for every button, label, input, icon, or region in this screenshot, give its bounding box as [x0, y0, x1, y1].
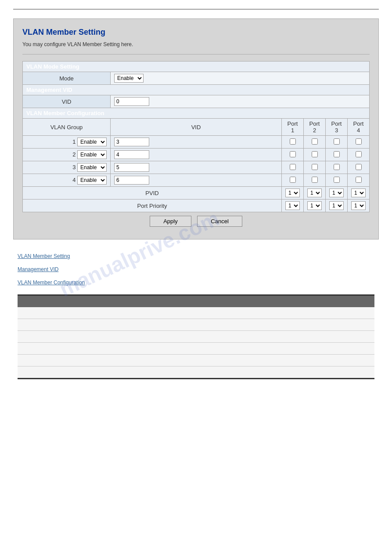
pvid-port4: 1234 [348, 187, 370, 200]
group-mode-select-4[interactable]: EnableDisable [77, 176, 107, 185]
bt-r3c1 [18, 331, 77, 343]
port1-check-4 [282, 174, 304, 187]
vid-field-4[interactable] [114, 176, 149, 185]
bt-h2 [77, 295, 137, 308]
bt-r4c6 [315, 343, 375, 355]
port4-cb-4[interactable] [356, 177, 362, 183]
vlan-mode-row: Mode Enable Disable [23, 72, 370, 85]
bt-r6c5 [255, 366, 315, 379]
bt-r6c3 [137, 366, 196, 379]
cancel-button[interactable]: Cancel [197, 216, 242, 227]
port4-cb-2[interactable] [356, 151, 362, 157]
pvid-select-4[interactable]: 1234 [351, 189, 366, 197]
vlan-member-col-headers: VLAN Group VID Port 1 Port 2 Port 3 Port… [23, 119, 370, 136]
priority-select-2[interactable]: 1234567 [307, 201, 322, 210]
vid-field-1[interactable] [114, 138, 149, 146]
link-vlan-member-config[interactable]: VLAN Member Configuration [18, 279, 85, 286]
mode-select[interactable]: Enable Disable [114, 74, 144, 83]
bt-r6c2 [77, 366, 137, 379]
port1-cb-4[interactable] [290, 177, 296, 183]
pvid-select-1[interactable]: 1234 [285, 189, 300, 197]
bt-r4c1 [18, 343, 77, 355]
vid-label: VID [23, 95, 111, 108]
port3-cb-1[interactable] [334, 138, 340, 145]
vid-input-cell-2 [111, 149, 282, 161]
panel-description: You may configure VLAN Member Setting he… [22, 41, 370, 47]
port3-cb-4[interactable] [334, 177, 340, 183]
group-num-1: 1 [72, 138, 77, 145]
port3-cb-3[interactable] [334, 164, 340, 170]
bt-r5c2 [77, 355, 137, 366]
port1-check-2 [282, 149, 304, 161]
vlan-mode-header-row: VLAN Mode Setting [23, 62, 370, 72]
vlan-row-4: 4 EnableDisable [23, 174, 370, 187]
link-management-vid[interactable]: Management VID [18, 266, 58, 272]
bt-r4c3 [137, 343, 196, 355]
vlan-group-3: 3 EnableDisable [23, 161, 111, 174]
bt-r5c6 [315, 355, 375, 366]
bt-r4c4 [196, 343, 256, 355]
port4-check-2 [348, 149, 370, 161]
port1-cb-2[interactable] [290, 151, 296, 157]
priority-select-4[interactable]: 1234567 [351, 201, 366, 210]
port2-check-1 [304, 136, 326, 149]
vid-field-3[interactable] [114, 163, 149, 172]
group-num-2: 2 [72, 151, 77, 158]
port1-cb-3[interactable] [290, 164, 296, 170]
pvid-select-3[interactable]: 1234 [329, 189, 344, 197]
bottom-table-row-5 [18, 355, 374, 366]
port2-cb-3[interactable] [312, 164, 318, 170]
pvid-port1: 1234 [282, 187, 304, 200]
priority-select-3[interactable]: 1234567 [329, 201, 344, 210]
link-line-2: Management VID [18, 266, 374, 272]
port3-check-2 [326, 149, 348, 161]
port3-check-4 [326, 174, 348, 187]
port1-check-1 [282, 136, 304, 149]
port3-check-1 [326, 136, 348, 149]
panel-divider [22, 54, 370, 54]
port1-cb-1[interactable] [290, 138, 296, 145]
mode-value-cell: Enable Disable [111, 72, 370, 85]
port2-cb-2[interactable] [312, 151, 318, 157]
bt-h6 [315, 295, 375, 308]
bottom-table-wrapper [18, 294, 374, 379]
bt-r6c1 [18, 366, 77, 379]
port4-cb-1[interactable] [356, 138, 362, 145]
bt-h5 [255, 295, 315, 308]
group-mode-select-3[interactable]: EnableDisable [77, 163, 107, 172]
apply-button[interactable]: Apply [150, 216, 191, 227]
bt-r1c4 [196, 307, 256, 319]
bt-r4c2 [77, 343, 137, 355]
bt-h4 [196, 295, 256, 308]
port3-cb-2[interactable] [334, 151, 340, 157]
port2-check-4 [304, 174, 326, 187]
group-mode-select-1[interactable]: EnableDisable [77, 138, 107, 146]
priority-port2: 1234567 [304, 200, 326, 212]
bottom-table-row-2 [18, 319, 374, 331]
top-divider [13, 9, 379, 10]
vid-field-2[interactable] [114, 150, 149, 159]
port4-cb-3[interactable] [356, 164, 362, 170]
bt-r4c5 [255, 343, 315, 355]
priority-port3: 1234567 [326, 200, 348, 212]
col-vid: VID [111, 119, 282, 136]
port2-cb-1[interactable] [312, 138, 318, 145]
group-mode-select-2[interactable]: EnableDisable [77, 150, 107, 159]
bottom-table-row-4 [18, 343, 374, 355]
group-num-3: 3 [72, 164, 77, 170]
priority-select-1[interactable]: 1234567 [285, 201, 300, 210]
port2-cb-4[interactable] [312, 177, 318, 183]
main-panel: VLAN Member Setting You may configure VL… [13, 18, 379, 239]
management-vid-header: Management VID [23, 85, 370, 95]
bt-r5c4 [196, 355, 256, 366]
vid-input[interactable] [114, 97, 149, 106]
bottom-table-row-1 [18, 307, 374, 319]
bottom-table [18, 294, 374, 379]
vid-row: VID [23, 95, 370, 108]
port2-check-2 [304, 149, 326, 161]
bt-r2c3 [137, 319, 196, 331]
link-vlan-member-setting[interactable]: VLAN Member Setting [18, 253, 70, 259]
pvid-select-2[interactable]: 1234 [307, 189, 322, 197]
vlan-member-config-header: VLAN Member Configuration [23, 108, 370, 119]
below-section: VLAN Member Setting Management VID VLAN … [13, 253, 379, 379]
